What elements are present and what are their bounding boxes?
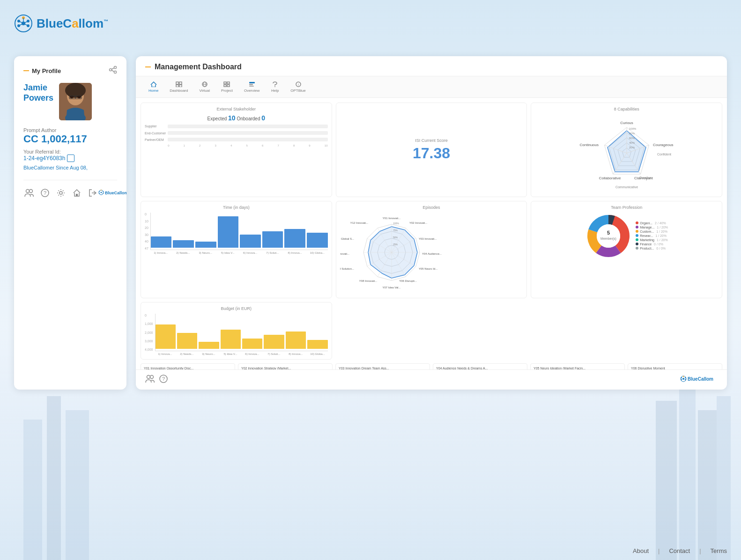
overview-nav-icon [248, 81, 256, 88]
bar-endcustomer [168, 131, 328, 135]
svg-rect-55 [227, 82, 230, 84]
nav-tab-dashboard[interactable]: Dashboard [164, 79, 193, 95]
legend-label-marketing: Marketing [640, 238, 654, 242]
svg-text:80%: 80% [629, 132, 635, 135]
budget-bar-3 [199, 342, 219, 349]
svg-text:Creative: Creative [639, 176, 652, 179]
time-chart-yaxis: 47403020100 [145, 213, 148, 250]
legend-value-manage: 1 / 20% [657, 226, 668, 229]
svg-text:BlueCallom: BlueCallom [688, 376, 713, 382]
profile-content: Jamie Powers [23, 83, 117, 120]
time-bar-1 [151, 236, 172, 248]
profile-header: My Profile [23, 66, 117, 76]
dashboard-panel: Management Dashboard Home Dashboard Vi [136, 56, 727, 390]
legend-dot-custom [636, 230, 638, 233]
episode-card-y01-title: Y01 Innovation Opportunity Disc... [144, 367, 232, 369]
help-nav-icon [271, 81, 279, 88]
legend-dot-manage [636, 226, 638, 228]
nav-tab-project[interactable]: Project [215, 79, 238, 95]
time-chart-section: Time (in days) 47403020100 [141, 201, 332, 298]
budget-bar-7 [286, 332, 306, 349]
svg-text:Y07 Idea Val...: Y07 Idea Val... [382, 286, 400, 289]
share-icon[interactable] [109, 66, 117, 76]
legend-item-product: Product... 0 / 0% [636, 247, 668, 250]
help-footer-icon[interactable]: ? [159, 375, 168, 385]
svg-rect-56 [224, 85, 226, 87]
capabilities-title: 8 Capabilities [535, 107, 718, 111]
footer-terms-link[interactable]: Terms [711, 547, 727, 554]
footer-contact-link[interactable]: Contact [669, 547, 690, 554]
home-icon[interactable] [71, 187, 82, 199]
overview-nav-label: Overview [244, 88, 259, 93]
nav-tab-help[interactable]: Help [265, 79, 285, 95]
help-icon[interactable]: ? [39, 187, 51, 199]
episode-card-y03-title: Y03 Innovation Dream Team Ass... [339, 367, 427, 369]
legend-label-resear: Resear... [640, 234, 653, 237]
nav-tab-virtual[interactable]: Virtual [193, 79, 215, 95]
people-icon[interactable] [23, 187, 35, 199]
episode-card-y06-title: Y06 Disruptive Moment [631, 367, 719, 369]
profile-footer: ? [23, 180, 117, 199]
footer-divider-1: | [658, 547, 659, 554]
nav-tab-optblue[interactable]: i OPTBlue [285, 79, 311, 95]
svg-rect-13 [47, 396, 61, 560]
profile-referral-label: Your Referral Id: [23, 149, 117, 155]
donut-chart: 5 Member(s) [585, 213, 632, 259]
legend-item-finance: Finance 0 / 0% [636, 243, 668, 246]
page-footer: About | Contact | Terms [633, 547, 727, 554]
legend-dot-resear [636, 234, 638, 237]
isi-label: ISI Current Score [415, 138, 448, 143]
time-bar-6 [262, 231, 283, 248]
svg-text:40%: 40% [629, 141, 635, 144]
capabilities-radar-svg: Curious Courageous Clairvoyant Collabora… [580, 113, 674, 193]
optblue-nav-label: OPTBlue [290, 88, 305, 93]
people-footer-icon[interactable] [145, 375, 155, 385]
project-nav-label: Project [221, 88, 233, 93]
svg-rect-47 [176, 82, 178, 84]
svg-text:Confident: Confident [657, 153, 671, 156]
budget-bar-8 [307, 340, 327, 349]
time-bar-4 [218, 216, 239, 248]
svg-point-33 [30, 190, 33, 193]
stakeholder-expected: Expected 10 Onboarded 0 [145, 114, 328, 122]
footer-about-link[interactable]: About [633, 547, 649, 554]
nav-tab-home[interactable]: Home [143, 79, 164, 95]
svg-rect-15 [656, 401, 677, 560]
svg-point-20 [114, 71, 117, 74]
svg-text:Member(s): Member(s) [600, 237, 616, 241]
svg-point-42 [103, 191, 104, 192]
svg-text:Y03 Innovati...: Y03 Innovati... [419, 237, 437, 240]
profile-footer-icons: ? [23, 187, 98, 199]
legend-value-finance: 0 / 0% [654, 243, 663, 246]
svg-text:Collaborative: Collaborative [599, 176, 621, 180]
svg-rect-58 [249, 82, 255, 83]
time-bar-7 [284, 229, 305, 248]
episodes-section: Episodes [336, 201, 527, 298]
logo-text: BlueCallom™ [37, 16, 108, 31]
home-nav-icon [149, 81, 158, 88]
svg-point-131 [150, 376, 154, 379]
isi-score: 17.38 [413, 145, 450, 162]
profile-prompt-label: Prompt Author [23, 127, 117, 133]
copy-icon[interactable] [67, 155, 74, 162]
svg-text:Y09 Solution...: Y09 Solution... [340, 267, 354, 270]
team-profession-section: Team Profession [531, 201, 722, 298]
svg-text:Communicative: Communicative [615, 185, 638, 189]
nav-tab-overview[interactable]: Overview [238, 79, 265, 95]
profile-name: Jamie Powers [23, 83, 53, 103]
dashboard-footer-logo: BlueCallom [680, 375, 718, 385]
episode-card-y03: Y03 Innovation Dream Team Ass... Content… [335, 363, 430, 369]
virtual-nav-icon [200, 81, 209, 88]
bluecallom-logo-small: BlueCallom [98, 189, 126, 197]
profile-title-bar: My Profile [23, 67, 61, 74]
svg-text:100%: 100% [629, 127, 637, 130]
budget-bar-1 [156, 324, 176, 349]
settings-icon[interactable] [55, 187, 67, 199]
budget-bar-5 [242, 339, 262, 349]
legend-label-organi: Organi... [640, 221, 652, 225]
svg-rect-57 [227, 85, 230, 87]
svg-text:Y04 Audience...: Y04 Audience... [422, 252, 442, 255]
legend-value-marketing: 1 / 20% [657, 238, 668, 242]
svg-text:Y06 Disrupti...: Y06 Disrupti... [399, 280, 417, 282]
exit-icon[interactable] [87, 187, 98, 199]
